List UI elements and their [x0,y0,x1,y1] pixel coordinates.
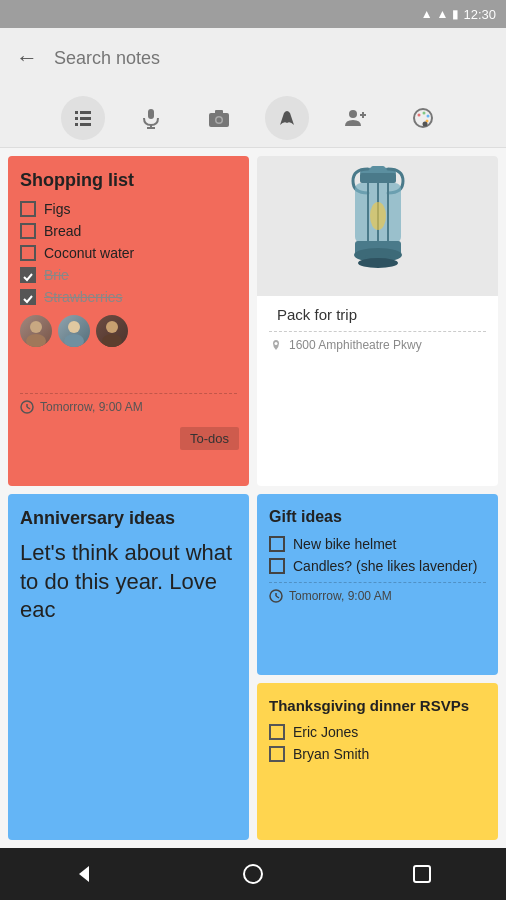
recent-nav-button[interactable] [397,849,447,899]
item-figs: Figs [44,201,70,217]
battery-icon: ▮ [452,7,459,21]
palette-button[interactable] [401,96,445,140]
gift-ideas-card[interactable]: Gift ideas New bike helmet Candles? (she… [257,494,498,675]
list-item: Eric Jones [269,724,486,740]
lantern-card[interactable]: Pack for trip 1600 Amphitheatre Pkwy [257,156,498,486]
camera-icon [208,107,230,129]
thanksgiving-title: Thanksgiving dinner RSVPs [269,697,486,714]
svg-rect-6 [148,109,154,119]
notes-grid: Shopping list Figs Bread Coconut water B… [0,148,506,848]
svg-point-17 [418,113,421,116]
svg-rect-2 [75,117,78,120]
list-item: Bread [20,223,237,239]
avatar-1 [20,315,52,347]
svg-rect-3 [80,117,91,120]
checkbox-coconut[interactable] [20,245,36,261]
list-icon [72,107,94,129]
list-item: Candles? (she likes lavender) [269,558,486,574]
svg-rect-0 [75,111,78,114]
anniversary-body: Let's think about what to do this year. … [20,539,237,625]
gift-ideas-title: Gift ideas [269,508,486,526]
svg-point-23 [26,334,46,347]
lantern-content: Pack for trip 1600 Amphitheatre Pkwy [257,296,498,362]
svg-rect-49 [414,866,430,882]
checkbox-strawberries[interactable] [20,289,36,305]
svg-rect-33 [360,173,396,183]
svg-rect-4 [75,123,78,126]
search-input[interactable] [54,48,490,69]
home-nav-icon [242,863,264,885]
avatar-3 [96,315,128,347]
add-person-icon [344,107,366,129]
signal-icon: ▲ [437,7,449,21]
svg-point-25 [64,334,84,347]
toolbar [0,88,506,148]
svg-point-11 [217,117,222,122]
palette-icon [412,107,434,129]
back-nav-button[interactable] [59,849,109,899]
checkbox-candles[interactable] [269,558,285,574]
svg-point-22 [30,321,42,333]
svg-line-30 [27,407,30,409]
svg-marker-47 [79,866,89,882]
item-helmet: New bike helmet [293,536,397,552]
svg-point-19 [427,114,430,117]
home-nav-button[interactable] [228,849,278,899]
status-time: 12:30 [463,7,496,22]
lantern-divider [269,331,486,332]
pack-trip-label: Pack for trip [277,306,357,323]
todos-button[interactable]: To-dos [180,427,239,450]
wifi-icon: ▲ [421,7,433,21]
checkbox-helmet[interactable] [269,536,285,552]
list-view-button[interactable] [61,96,105,140]
svg-point-21 [423,121,428,126]
location-icon [269,338,283,352]
checkbox-figs[interactable] [20,201,36,217]
checkbox-eric[interactable] [269,724,285,740]
add-person-button[interactable] [333,96,377,140]
item-bread: Bread [44,223,81,239]
svg-rect-5 [80,123,91,126]
back-nav-icon [73,863,95,885]
address-text: 1600 Amphitheatre Pkwy [289,338,422,352]
item-candles: Candles? (she likes lavender) [293,558,477,574]
status-bar: ▲ ▲ ▮ 12:30 [0,0,506,28]
svg-point-24 [68,321,80,333]
svg-rect-12 [215,110,223,114]
svg-point-26 [106,321,118,333]
anniversary-card[interactable]: Anniversary ideas Let's think about what… [8,494,249,840]
svg-point-38 [370,202,386,230]
checkbox-bryan[interactable] [269,746,285,762]
clock-icon-gift [269,589,283,603]
pack-trip-item: Pack for trip [269,306,486,323]
mic-icon [140,107,162,129]
lantern-address: 1600 Amphitheatre Pkwy [269,338,486,352]
clock-icon [20,400,34,414]
svg-point-18 [423,111,426,114]
list-item: Figs [20,201,237,217]
anniversary-title: Anniversary ideas [20,508,237,529]
svg-point-43 [275,342,278,345]
item-brie: Brie [44,267,69,283]
list-item: Bryan Smith [269,746,486,762]
svg-point-42 [358,258,398,268]
back-arrow-button[interactable]: ← [16,45,38,71]
list-item: New bike helmet [269,536,486,552]
checkbox-bread[interactable] [20,223,36,239]
svg-point-27 [102,334,122,347]
status-icons: ▲ ▲ ▮ 12:30 [421,7,496,22]
svg-point-13 [349,110,357,118]
shopping-list-card[interactable]: Shopping list Figs Bread Coconut water B… [8,156,249,486]
camera-button[interactable] [197,96,241,140]
draw-button[interactable] [265,96,309,140]
lantern-image [257,156,498,296]
lantern-illustration [333,161,423,291]
svg-point-48 [244,865,262,883]
mic-button[interactable] [129,96,173,140]
svg-rect-32 [371,166,385,174]
gift-reminder: Tomorrow, 9:00 AM [289,589,392,603]
svg-line-46 [276,596,279,598]
checkbox-brie[interactable] [20,267,36,283]
shopping-reminder: Tomorrow, 9:00 AM [40,400,143,414]
thanksgiving-card[interactable]: Thanksgiving dinner RSVPs Eric Jones Bry… [257,683,498,840]
